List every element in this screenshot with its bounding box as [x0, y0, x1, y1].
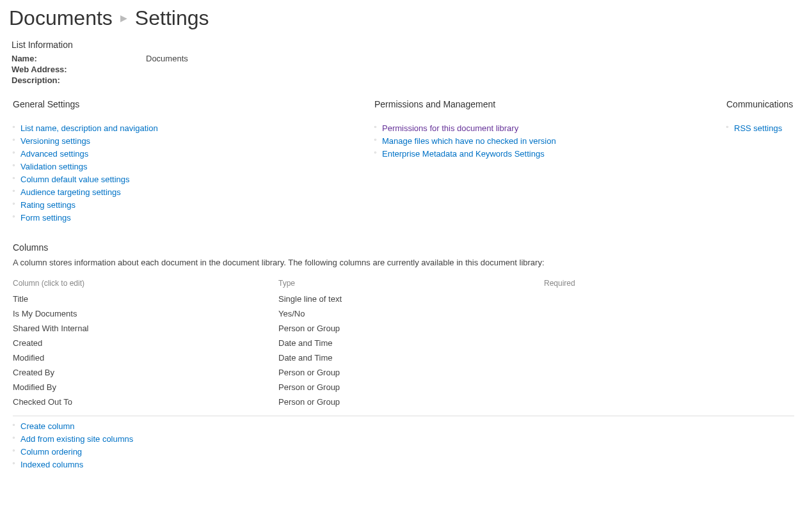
table-row: ModifiedDate and Time: [13, 350, 794, 365]
breadcrumb-library[interactable]: Documents: [9, 8, 113, 28]
list-item: RSS settings: [726, 123, 798, 133]
columns-table: Column (click to edit) Type Required Tit…: [13, 276, 794, 409]
column-name-cell[interactable]: Created By: [13, 365, 278, 380]
column-name-cell[interactable]: Modified By: [13, 380, 278, 395]
list-item: Manage files which have no checked in ve…: [374, 136, 726, 146]
column-type-cell: Single line of text: [278, 292, 544, 306]
column-actions: Create columnAdd from existing site colu…: [13, 421, 794, 469]
column-type-cell: Person or Group: [278, 380, 544, 395]
settings-link[interactable]: Form settings: [20, 213, 71, 223]
list-item: Column ordering: [13, 447, 794, 457]
column-required-cell: [544, 395, 794, 409]
chevron-right-icon: ▶: [120, 13, 127, 23]
column-required-cell: [544, 350, 794, 365]
separator-line: [13, 416, 794, 416]
settings-link[interactable]: Audience targeting settings: [20, 187, 121, 197]
table-row: TitleSingle line of text: [13, 292, 794, 306]
settings-columns: General Settings List name, description …: [13, 99, 798, 226]
list-item: Column default value settings: [13, 175, 374, 184]
table-row: CreatedDate and Time: [13, 336, 794, 350]
list-item: Rating settings: [13, 200, 374, 210]
list-item: Versioning settings: [13, 136, 374, 146]
columns-description: A column stores information about each d…: [13, 258, 794, 267]
settings-link[interactable]: Enterprise Metadata and Keywords Setting…: [382, 149, 545, 159]
columns-th-name: Column (click to edit): [13, 276, 278, 292]
list-info-name-label: Name:: [12, 54, 146, 63]
table-row: Modified ByPerson or Group: [13, 380, 794, 395]
settings-link[interactable]: RSS settings: [734, 123, 782, 133]
column-type-cell: Person or Group: [278, 321, 544, 336]
list-item: Enterprise Metadata and Keywords Setting…: [374, 149, 726, 159]
settings-link[interactable]: Versioning settings: [20, 136, 90, 146]
column-required-cell: [544, 321, 794, 336]
list-info-web-label: Web Address:: [12, 65, 146, 74]
list-item: List name, description and navigation: [13, 123, 374, 133]
column-action-link[interactable]: Column ordering: [20, 447, 82, 457]
column-name-cell[interactable]: Is My Documents: [13, 306, 278, 321]
settings-link[interactable]: List name, description and navigation: [20, 123, 158, 133]
permissions-heading: Permissions and Management: [374, 99, 726, 109]
column-required-cell: [544, 306, 794, 321]
general-settings-links: List name, description and navigationVer…: [13, 123, 374, 223]
table-row: Created ByPerson or Group: [13, 365, 794, 380]
column-name-cell[interactable]: Created: [13, 336, 278, 350]
list-item: Permissions for this document library: [374, 123, 726, 133]
settings-link[interactable]: Column default value settings: [20, 175, 130, 184]
list-item: Form settings: [13, 213, 374, 223]
column-name-cell[interactable]: Title: [13, 292, 278, 306]
permissions-links: Permissions for this document libraryMan…: [374, 123, 726, 159]
list-info-name-value: Documents: [146, 54, 188, 63]
table-row: Is My DocumentsYes/No: [13, 306, 794, 321]
list-item: Add from existing site columns: [13, 434, 794, 444]
list-info-desc-label: Description:: [12, 75, 146, 85]
column-name-cell[interactable]: Shared With Internal: [13, 321, 278, 336]
list-item: Create column: [13, 421, 794, 431]
column-required-cell: [544, 292, 794, 306]
column-action-link[interactable]: Indexed columns: [20, 460, 83, 469]
column-required-cell: [544, 365, 794, 380]
columns-th-type: Type: [278, 276, 544, 292]
breadcrumb: Documents ▶ Settings: [9, 8, 798, 28]
breadcrumb-page: Settings: [135, 8, 209, 28]
list-item: Validation settings: [13, 162, 374, 171]
column-required-cell: [544, 380, 794, 395]
list-info-heading: List Information: [12, 40, 798, 50]
column-type-cell: Yes/No: [278, 306, 544, 321]
columns-th-required: Required: [544, 276, 794, 292]
settings-link[interactable]: Rating settings: [20, 200, 76, 210]
column-action-link[interactable]: Create column: [20, 421, 75, 431]
column-required-cell: [544, 336, 794, 350]
column-type-cell: Date and Time: [278, 350, 544, 365]
communications-heading: Communications: [726, 99, 798, 109]
settings-link[interactable]: Permissions for this document library: [382, 123, 518, 133]
list-item: Advanced settings: [13, 149, 374, 159]
column-action-link[interactable]: Add from existing site columns: [20, 434, 133, 444]
list-item: Indexed columns: [13, 460, 794, 469]
table-row: Checked Out ToPerson or Group: [13, 395, 794, 409]
table-row: Shared With InternalPerson or Group: [13, 321, 794, 336]
list-information: List Information Name: Documents Web Add…: [12, 40, 798, 85]
settings-link[interactable]: Manage files which have no checked in ve…: [382, 136, 556, 146]
column-type-cell: Date and Time: [278, 336, 544, 350]
list-item: Audience targeting settings: [13, 187, 374, 197]
column-type-cell: Person or Group: [278, 365, 544, 380]
settings-link[interactable]: Validation settings: [20, 162, 88, 171]
columns-section: Columns A column stores information abou…: [13, 242, 794, 469]
column-type-cell: Person or Group: [278, 395, 544, 409]
column-name-cell[interactable]: Modified: [13, 350, 278, 365]
settings-link[interactable]: Advanced settings: [20, 149, 88, 159]
communications-links: RSS settings: [726, 123, 798, 133]
columns-heading: Columns: [13, 242, 794, 253]
general-settings-heading: General Settings: [13, 99, 374, 109]
column-name-cell[interactable]: Checked Out To: [13, 395, 278, 409]
